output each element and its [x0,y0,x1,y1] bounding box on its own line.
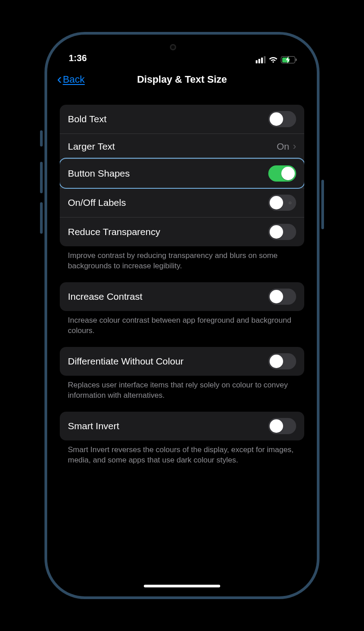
side-button [321,180,324,229]
volume-up-button [40,162,43,193]
chevron-right-icon: › [293,141,296,152]
row-increase-contrast[interactable]: Increase Contrast [60,282,304,311]
row-label: Bold Text [68,114,107,124]
row-label: Button Shapes [68,168,130,179]
toggle-smart-invert[interactable] [268,418,296,434]
row-smart-invert[interactable]: Smart Invert [60,412,304,440]
cellular-signal-icon [256,56,266,63]
screen: 1:36 ‹ Back Display & Text Size [52,39,312,592]
front-camera [170,44,176,50]
toggle-increase-contrast[interactable] [268,289,296,305]
chevron-left-icon: ‹ [57,71,62,86]
row-button-shapes[interactable]: Button Shapes [60,159,304,188]
home-indicator[interactable] [144,585,220,587]
toggle-bold-text[interactable] [268,111,296,127]
row-onoff-labels[interactable]: On/Off Labels ○ [60,188,304,217]
volume-down-button [40,202,43,234]
settings-group-3: Differentiate Without Colour [60,347,304,376]
settings-group-4: Smart Invert [60,412,304,440]
row-label: Larger Text [68,141,115,152]
navigation-bar: ‹ Back Display & Text Size [52,67,312,92]
settings-group-2: Increase Contrast [60,282,304,311]
status-time: 1:36 [69,53,87,63]
row-bold-text[interactable]: Bold Text [60,105,304,133]
row-label: On/Off Labels [68,197,126,208]
wifi-icon [269,57,278,63]
group-1-footer: Improve contrast by reducing transparenc… [60,246,304,282]
notch [137,39,227,55]
toggle-differentiate[interactable] [268,353,296,369]
page-title: Display & Text Size [137,74,227,85]
row-label: Reduce Transparency [68,227,160,237]
phone-frame: 1:36 ‹ Back Display & Text Size [44,32,320,599]
row-label: Differentiate Without Colour [68,356,184,367]
row-label: Smart Invert [68,421,119,431]
row-value: On [277,141,289,152]
mute-switch [40,130,43,147]
battery-charging-icon [281,56,295,63]
row-differentiate-without-colour[interactable]: Differentiate Without Colour [60,347,304,376]
row-reduce-transparency[interactable]: Reduce Transparency [60,217,304,246]
content-scroll[interactable]: Bold Text Larger Text On › Button Shapes… [52,92,312,476]
settings-group-1: Bold Text Larger Text On › Button Shapes… [60,105,304,246]
row-larger-text[interactable]: Larger Text On › [60,133,304,159]
toggle-button-shapes[interactable] [268,165,296,182]
row-label: Increase Contrast [68,291,142,302]
toggle-onoff-labels[interactable]: ○ [268,195,296,211]
group-4-footer: Smart Invert reverses the colours of the… [60,440,304,476]
group-2-footer: Increase colour contrast between app for… [60,311,304,347]
toggle-off-mark-icon: ○ [289,200,292,206]
group-3-footer: Replaces user interface items that rely … [60,376,304,412]
back-label: Back [63,74,85,85]
toggle-reduce-transparency[interactable] [268,224,296,240]
back-button[interactable]: ‹ Back [57,72,85,87]
